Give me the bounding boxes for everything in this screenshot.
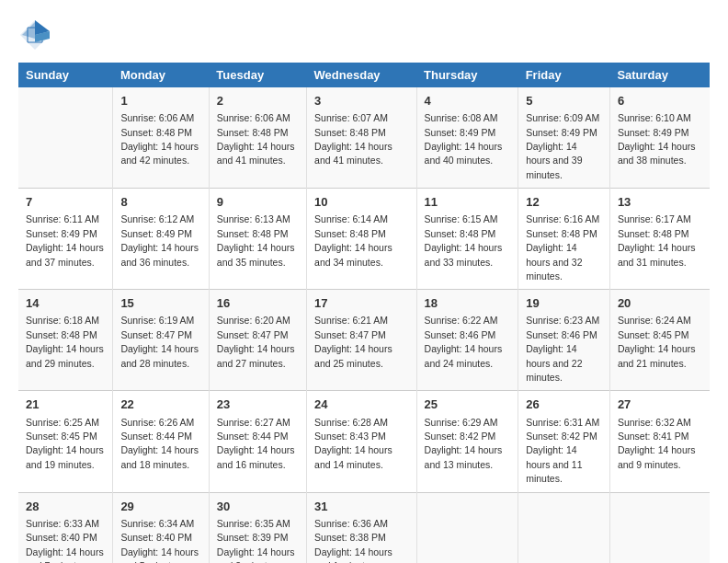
day-number: 2 — [217, 93, 299, 109]
week-row-1: 1Sunrise: 6:06 AMSunset: 8:48 PMDaylight… — [18, 87, 710, 189]
daylight-text: Daylight: 14 hours and 28 minutes. — [120, 343, 199, 368]
sunrise-text: Sunrise: 6:33 AM — [26, 518, 99, 529]
sunset-text: Sunset: 8:49 PM — [618, 127, 689, 138]
day-cell: 6Sunrise: 6:10 AMSunset: 8:49 PMDaylight… — [609, 87, 710, 189]
sunrise-text: Sunrise: 6:21 AM — [314, 315, 388, 326]
sunrise-text: Sunrise: 6:15 AM — [425, 213, 498, 224]
sunset-text: Sunset: 8:47 PM — [217, 329, 289, 340]
sunset-text: Sunset: 8:44 PM — [120, 431, 192, 442]
column-header-tuesday: Tuesday — [209, 63, 306, 87]
day-number: 17 — [314, 295, 408, 312]
sunrise-text: Sunrise: 6:35 AM — [217, 518, 290, 529]
sunset-text: Sunset: 8:41 PM — [618, 431, 689, 442]
sunset-text: Sunset: 8:46 PM — [526, 329, 597, 340]
day-number: 22 — [120, 396, 200, 413]
day-number: 3 — [314, 93, 408, 109]
sunrise-text: Sunrise: 6:24 AM — [618, 315, 691, 326]
sunrise-text: Sunrise: 6:16 AM — [526, 213, 599, 224]
day-cell: 21Sunrise: 6:25 AMSunset: 8:45 PMDayligh… — [18, 391, 113, 492]
daylight-text: Daylight: 14 hours and 42 minutes. — [120, 141, 199, 166]
page-header — [18, 18, 710, 48]
day-cell: 2Sunrise: 6:06 AMSunset: 8:48 PMDaylight… — [209, 87, 306, 189]
day-number: 19 — [526, 295, 602, 312]
sunrise-text: Sunrise: 6:07 AM — [314, 112, 388, 123]
sunrise-text: Sunrise: 6:09 AM — [526, 112, 599, 123]
sunrise-text: Sunrise: 6:12 AM — [120, 213, 194, 224]
sunrise-text: Sunrise: 6:13 AM — [217, 213, 290, 224]
sunset-text: Sunset: 8:48 PM — [425, 228, 496, 239]
day-cell: 11Sunrise: 6:15 AMSunset: 8:48 PMDayligh… — [416, 189, 518, 290]
day-cell: 1Sunrise: 6:06 AMSunset: 8:48 PMDaylight… — [113, 87, 209, 189]
day-number: 27 — [618, 396, 702, 413]
column-header-friday: Friday — [518, 63, 610, 87]
sunset-text: Sunset: 8:45 PM — [618, 329, 689, 340]
column-header-sunday: Sunday — [18, 63, 113, 87]
sunrise-text: Sunrise: 6:25 AM — [26, 417, 99, 428]
daylight-text: Daylight: 14 hours and 37 minutes. — [26, 242, 104, 267]
day-number: 13 — [618, 194, 702, 211]
sunset-text: Sunset: 8:49 PM — [26, 228, 97, 239]
daylight-text: Daylight: 14 hours and 1 minute. — [314, 546, 392, 563]
day-cell: 15Sunrise: 6:19 AMSunset: 8:47 PMDayligh… — [113, 290, 209, 391]
daylight-text: Daylight: 14 hours and 22 minutes. — [526, 343, 582, 383]
sunset-text: Sunset: 8:43 PM — [314, 431, 386, 442]
column-header-monday: Monday — [113, 63, 209, 87]
day-number: 11 — [425, 194, 511, 211]
column-header-saturday: Saturday — [609, 63, 710, 87]
day-cell: 8Sunrise: 6:12 AMSunset: 8:49 PMDaylight… — [113, 189, 209, 290]
day-cell: 16Sunrise: 6:20 AMSunset: 8:47 PMDayligh… — [209, 290, 306, 391]
daylight-text: Daylight: 14 hours and 33 minutes. — [425, 242, 503, 267]
day-number: 20 — [618, 295, 702, 312]
day-number: 18 — [425, 295, 511, 312]
daylight-text: Daylight: 14 hours and 39 minutes. — [526, 141, 582, 180]
day-number: 31 — [314, 499, 408, 515]
sunset-text: Sunset: 8:40 PM — [120, 532, 192, 543]
sunset-text: Sunset: 8:42 PM — [425, 431, 496, 442]
sunset-text: Sunset: 8:48 PM — [26, 329, 97, 340]
sunset-text: Sunset: 8:42 PM — [526, 431, 597, 442]
day-number: 30 — [217, 499, 299, 515]
sunset-text: Sunset: 8:47 PM — [120, 329, 192, 340]
daylight-text: Daylight: 14 hours and 16 minutes. — [217, 444, 295, 469]
daylight-text: Daylight: 14 hours and 5 minutes. — [120, 546, 199, 563]
daylight-text: Daylight: 14 hours and 29 minutes. — [26, 343, 104, 368]
day-cell: 7Sunrise: 6:11 AMSunset: 8:49 PMDaylight… — [18, 189, 113, 290]
day-number: 7 — [26, 194, 105, 211]
day-cell: 22Sunrise: 6:26 AMSunset: 8:44 PMDayligh… — [113, 391, 209, 492]
day-cell: 31Sunrise: 6:36 AMSunset: 8:38 PMDayligh… — [307, 492, 416, 563]
day-number: 4 — [425, 93, 511, 109]
day-number: 21 — [26, 396, 105, 413]
week-row-5: 28Sunrise: 6:33 AMSunset: 8:40 PMDayligh… — [18, 492, 710, 563]
logo — [18, 18, 51, 48]
sunrise-text: Sunrise: 6:20 AM — [217, 315, 290, 326]
sunset-text: Sunset: 8:48 PM — [217, 228, 289, 239]
day-cell: 29Sunrise: 6:34 AMSunset: 8:40 PMDayligh… — [113, 492, 209, 563]
daylight-text: Daylight: 14 hours and 19 minutes. — [26, 444, 104, 469]
sunrise-text: Sunrise: 6:14 AM — [314, 213, 388, 224]
sunrise-text: Sunrise: 6:11 AM — [26, 213, 99, 224]
sunset-text: Sunset: 8:45 PM — [26, 431, 97, 442]
sunrise-text: Sunrise: 6:18 AM — [26, 315, 99, 326]
daylight-text: Daylight: 14 hours and 25 minutes. — [314, 343, 392, 368]
sunrise-text: Sunrise: 6:32 AM — [618, 417, 691, 428]
sunrise-text: Sunrise: 6:22 AM — [425, 315, 498, 326]
day-cell: 30Sunrise: 6:35 AMSunset: 8:39 PMDayligh… — [209, 492, 306, 563]
day-cell: 5Sunrise: 6:09 AMSunset: 8:49 PMDaylight… — [518, 87, 610, 189]
daylight-text: Daylight: 14 hours and 13 minutes. — [425, 444, 503, 469]
sunrise-text: Sunrise: 6:23 AM — [526, 315, 599, 326]
day-cell: 20Sunrise: 6:24 AMSunset: 8:45 PMDayligh… — [609, 290, 710, 391]
day-cell: 13Sunrise: 6:17 AMSunset: 8:48 PMDayligh… — [609, 189, 710, 290]
column-header-thursday: Thursday — [416, 63, 518, 87]
sunrise-text: Sunrise: 6:27 AM — [217, 417, 290, 428]
day-cell: 14Sunrise: 6:18 AMSunset: 8:48 PMDayligh… — [18, 290, 113, 391]
sunset-text: Sunset: 8:48 PM — [526, 228, 597, 239]
sunset-text: Sunset: 8:47 PM — [314, 329, 386, 340]
calendar-table: SundayMondayTuesdayWednesdayThursdayFrid… — [18, 63, 710, 563]
day-cell: 18Sunrise: 6:22 AMSunset: 8:46 PMDayligh… — [416, 290, 518, 391]
day-cell: 23Sunrise: 6:27 AMSunset: 8:44 PMDayligh… — [209, 391, 306, 492]
sunrise-text: Sunrise: 6:26 AM — [120, 417, 194, 428]
day-number: 5 — [526, 93, 602, 109]
day-number: 24 — [314, 396, 408, 413]
day-cell: 3Sunrise: 6:07 AMSunset: 8:48 PMDaylight… — [307, 87, 416, 189]
day-cell — [18, 87, 113, 189]
